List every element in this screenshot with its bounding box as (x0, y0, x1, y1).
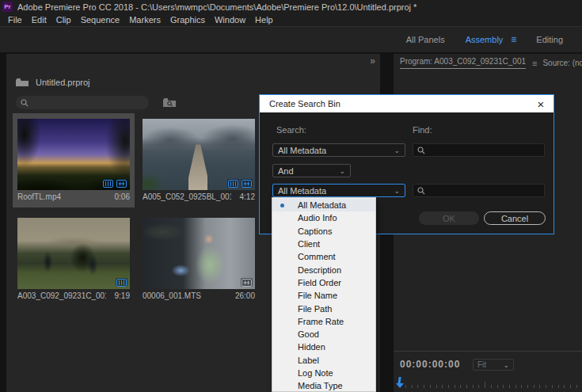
ruler-tick (534, 385, 534, 388)
dropdown-option-all-metadata[interactable]: All Metadata (272, 199, 375, 211)
dropdown-option-media-type[interactable]: Media Type (272, 379, 375, 392)
dropdown-option-file-path[interactable]: File Path (272, 302, 375, 314)
close-icon[interactable]: × (534, 98, 547, 110)
window-titlebar: Pr Adobe Premiere Pro CC 2018 - C:\Users… (0, 0, 582, 13)
source-monitor-tab[interactable]: Source: (no clips) (542, 59, 582, 67)
ruler-tick (473, 385, 474, 388)
ruler-tick (539, 385, 540, 388)
ruler-tick (497, 385, 498, 388)
zoom-level-value: Fit (477, 360, 486, 369)
panel-menu-icon[interactable]: ≡ (532, 59, 536, 68)
clip-duration: 26:00 (235, 291, 255, 300)
menu-item-file[interactable]: File (3, 15, 27, 25)
search-label: Search: (276, 125, 306, 135)
project-search-input[interactable] (16, 96, 149, 109)
ruler-tick (570, 385, 571, 388)
ruler-tick (448, 385, 449, 388)
dropdown-option-client[interactable]: Client (272, 238, 375, 250)
clip-thumbnail-hut-kids[interactable] (17, 218, 130, 289)
waveform-badge-icon (241, 179, 253, 188)
cancel-button[interactable]: Cancel (484, 211, 546, 225)
project-breadcrumb[interactable]: Untitled.prproj (16, 78, 89, 87)
waveform-badge-icon (116, 179, 127, 188)
clip-card[interactable]: A003_C092_09231C_0019:19 (13, 212, 135, 306)
search-field-dropdown-2[interactable]: All Metadata ⌄ (272, 184, 405, 197)
ruler-tick (558, 385, 559, 388)
ruler-tick (442, 385, 443, 388)
clip-card[interactable]: RoofTL.mp40:06 (13, 113, 135, 207)
dropdown-option-description[interactable]: Description (272, 263, 375, 276)
find-input-2[interactable] (413, 184, 545, 197)
chevron-down-icon: ⌄ (394, 187, 400, 195)
dropdown-option-frame-rate[interactable]: Frame Rate (272, 315, 375, 328)
dropdown-option-file-name[interactable]: File Name (272, 289, 375, 302)
menu-item-edit[interactable]: Edit (27, 15, 51, 25)
clip-thumbnail-lake-dock[interactable] (143, 119, 255, 190)
program-monitor-tab[interactable]: Program: A003_C092_09231C_001 (400, 57, 526, 69)
search-icon (417, 147, 425, 154)
workspace-menu-icon[interactable]: ≡ (511, 34, 515, 45)
clip-card[interactable]: A005_C052_0925BL_001_4:12 (138, 113, 260, 207)
ruler-tick (552, 385, 553, 388)
menu-item-markers[interactable]: Markers (124, 15, 165, 25)
dialog-titlebar: Create Search Bin × (260, 95, 553, 112)
menu-item-clip[interactable]: Clip (51, 15, 76, 25)
filmstrip-badge-icon (116, 278, 127, 287)
workspace-tab-assembly[interactable]: Assembly (466, 35, 504, 44)
dropdown-option-audio-info[interactable]: Audio Info (272, 211, 375, 224)
timeline-ruler[interactable] (394, 376, 582, 390)
clip-duration: 9:19 (115, 291, 130, 300)
new-search-bin-button[interactable] (162, 96, 177, 109)
ruler-tick (405, 385, 406, 388)
clip-thumbnail-night-city[interactable] (17, 119, 130, 190)
ruler-tick (564, 385, 565, 388)
zoom-level-select[interactable]: Fit ⌄ (473, 359, 514, 371)
clip-name[interactable]: A005_C052_0925BL_001_ (143, 192, 231, 201)
filmstrip-badge-icon (227, 179, 239, 188)
metadata-dropdown-menu: All MetadataAudio InfoCaptionsClientComm… (272, 197, 376, 392)
panel-overflow-icon[interactable]: » (370, 55, 375, 67)
playhead-timecode[interactable]: 00:00:00:00 (400, 359, 460, 370)
menu-item-window[interactable]: Window (210, 15, 250, 25)
ok-button[interactable]: OK (419, 211, 479, 225)
dropdown-option-hidden[interactable]: Hidden (272, 341, 375, 353)
dropdown-option-captions[interactable]: Captions (272, 225, 375, 238)
filmstrip-badge-icon (102, 179, 114, 188)
clip-name[interactable]: RoofTL.mp4 (17, 192, 61, 201)
project-name: Untitled.prproj (36, 78, 89, 87)
ruler-tick (417, 385, 418, 388)
workspace-tab-all-panels[interactable]: All Panels (406, 35, 445, 44)
dropdown-option-good[interactable]: Good (272, 328, 375, 341)
find-input-1[interactable] (413, 143, 545, 157)
ruler-tick (460, 385, 461, 388)
menu-item-help[interactable]: Help (250, 15, 278, 25)
window-title: Adobe Premiere Pro CC 2018 - C:\Users\mw… (17, 2, 417, 12)
search-icon (417, 187, 425, 195)
ruler-tick (527, 385, 528, 388)
clip-name[interactable]: 00006_001.MTS (143, 291, 201, 300)
dropdown-option-log-note[interactable]: Log Note (272, 367, 375, 379)
find-label: Find: (413, 125, 432, 135)
menu-item-graphics[interactable]: Graphics (165, 15, 210, 25)
dropdown-option-label[interactable]: Label (272, 354, 375, 367)
ruler-tick (455, 385, 455, 388)
waveform-badge-icon (241, 278, 253, 287)
dropdown-option-comment[interactable]: Comment (272, 250, 375, 263)
ruler-tick (485, 382, 485, 388)
ruler-tick (576, 385, 577, 388)
ruler-tick (503, 385, 504, 388)
monitor-divider (394, 351, 582, 352)
operator-dropdown[interactable]: And ⌄ (272, 164, 351, 177)
ruler-tick (491, 385, 492, 388)
clip-name[interactable]: A003_C092_09231C_001 (17, 291, 106, 300)
workspace-tab-editing[interactable]: Editing (536, 35, 563, 44)
menu-item-sequence[interactable]: Sequence (76, 15, 125, 25)
dropdown-option-field-order[interactable]: Field Order (272, 276, 375, 289)
dropdown2-value: All Metadata (278, 186, 326, 196)
clip-card[interactable]: 00006_001.MTS26:00 (138, 212, 260, 306)
chevron-down-icon: ⌄ (503, 361, 509, 369)
workspace-switcher-bar: All PanelsAssembly≡Editing (0, 26, 582, 52)
playhead-marker[interactable] (395, 377, 403, 388)
search-field-dropdown-1[interactable]: All Metadata ⌄ (272, 143, 405, 157)
clip-thumbnail-office-man[interactable] (143, 218, 255, 289)
